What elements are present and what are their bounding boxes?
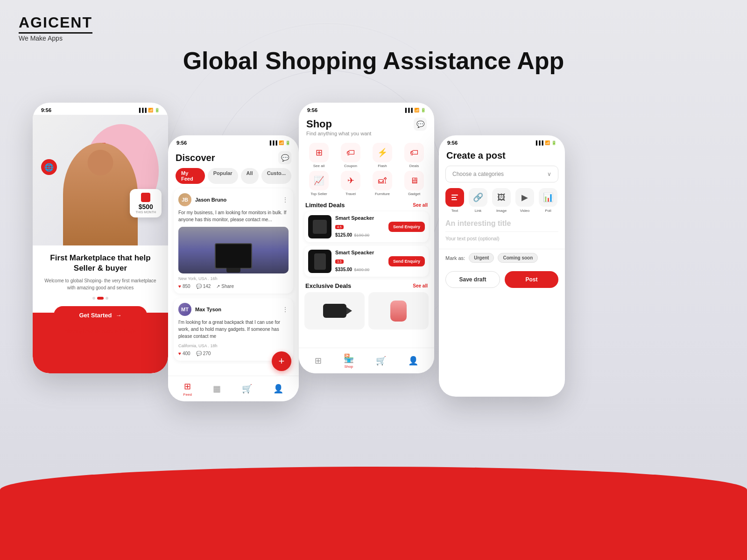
post-actions-1: ♥ 850 💬 142 ↗ Share — [178, 284, 289, 289]
post-options-2[interactable]: ⋮ — [282, 306, 289, 313]
phone-onboarding: 9:56 ▐▐▐ 📶 🔋 🌐 — [33, 103, 168, 373]
post-title-input[interactable]: An interesting title — [445, 219, 558, 228]
deal-price-old-1: $190.00 — [354, 233, 370, 238]
post-location-2: California, USA . 18h — [178, 343, 289, 348]
post-comments-2[interactable]: 💬 270 — [196, 351, 211, 356]
globe-badge: 🌐 — [41, 159, 57, 175]
limited-deals-see-all[interactable]: See all — [413, 203, 428, 208]
type-video[interactable]: ▶ Video — [515, 188, 534, 213]
likes-count-2: 400 — [183, 351, 190, 356]
cat-icon-travel: ✈ — [341, 171, 360, 190]
cat-furniture[interactable]: 🛋 Furniture — [368, 171, 397, 196]
post-likes-1[interactable]: ♥ 850 — [178, 284, 190, 289]
cat-travel[interactable]: ✈ Travel — [336, 171, 365, 196]
post-body-input[interactable]: Your text post (optional) — [445, 236, 558, 241]
bottom-nav-phone3: ⊞ 🏪 Shop 🛒 👤 — [299, 348, 434, 373]
category-dropdown[interactable]: Choose a categories ∨ — [445, 166, 558, 182]
cat-icon-see-all: ⊞ — [309, 143, 329, 162]
nav-discover[interactable]: ▦ — [213, 384, 221, 394]
bottom-nav-phone2: ⊞ Feed ▦ 🛒 👤 — [168, 376, 299, 401]
deal-name-2: Smart Speacker — [335, 250, 385, 255]
discover-header: Discover 💬 — [168, 147, 299, 168]
cat-coupon[interactable]: 🏷 Coupon — [336, 143, 365, 168]
post-share-1[interactable]: ↗ Share — [216, 284, 234, 289]
status-bar-phone1: 9:56 ▐▐▐ 📶 🔋 — [33, 103, 168, 115]
exclusive-card-watch[interactable] — [368, 292, 429, 329]
logo-tagline: We Make Apps — [19, 35, 92, 42]
heart-icon-1: ♥ — [178, 284, 181, 289]
onboarding-description: Welcome to global Shoping- the very firs… — [42, 277, 159, 291]
divider-1 — [445, 231, 558, 232]
deal-price-2: $335.00 — [335, 267, 352, 272]
message-icon[interactable]: 💬 — [278, 151, 291, 164]
nav-cart[interactable]: 🛒 — [242, 384, 252, 394]
nav-profile[interactable]: 👤 — [273, 384, 283, 394]
tag-urgent[interactable]: Urgent — [469, 253, 494, 263]
price-label: THIS MONTH — [135, 210, 156, 214]
post-name-jason: Jason Bruno — [195, 197, 226, 203]
nav-home-shop[interactable]: ⊞ — [315, 356, 322, 366]
save-draft-button[interactable]: Save draft — [445, 271, 500, 288]
cat-label-travel: Travel — [345, 192, 356, 196]
cat-gadget[interactable]: 🖥 Gadget — [400, 171, 429, 196]
cat-see-all[interactable]: ⊞ See all — [304, 143, 333, 168]
exclusive-deals-see-all[interactable]: See all — [413, 283, 428, 288]
nav-feed[interactable]: ⊞ Feed — [183, 381, 192, 397]
discover-title: Discover — [176, 153, 215, 163]
post-button[interactable]: Post — [505, 271, 558, 288]
cat-label-gadget: Gadget — [408, 192, 420, 196]
phone-discover: 9:56 ▐▐▐📶🔋 Discover 💬 My Feed Popular Al… — [168, 135, 299, 401]
get-started-button[interactable]: Get Started → — [54, 306, 147, 324]
nav-cart-shop[interactable]: 🛒 — [376, 356, 386, 366]
enquiry-btn-1[interactable]: Send Enquiry — [388, 222, 425, 232]
shop-msg-icon[interactable]: 💬 — [414, 118, 427, 131]
post-location-1: New York, USA . 16h — [178, 276, 289, 281]
post-card-2: MT Max Tyson ⋮ I'm looking for a great b… — [174, 298, 293, 361]
exclusive-grid — [299, 292, 434, 329]
type-image[interactable]: 🖼 Image — [492, 188, 511, 213]
tab-popular[interactable]: Popular — [208, 168, 238, 184]
type-link[interactable]: 🔗 Link — [469, 188, 487, 213]
limited-deals-header: Limited Deals See all — [299, 200, 434, 211]
tag-coming-soon[interactable]: Coming soon — [498, 253, 538, 263]
title-placeholder: An interesting title — [445, 219, 511, 227]
create-post-title: Create a post — [439, 147, 565, 166]
tab-my-feed[interactable]: My Feed — [176, 168, 205, 184]
feed-icon: ⊞ — [184, 381, 191, 392]
nav-shop[interactable]: 🏪 Shop — [344, 353, 354, 369]
cat-flash[interactable]: ⚡ Flash — [368, 143, 397, 168]
post-text-1: For my business, I am looking for monito… — [178, 209, 289, 223]
tab-custom[interactable]: Custo... — [261, 168, 291, 184]
type-text[interactable]: Text — [445, 188, 464, 213]
deal-name-1: Smart Speacker — [335, 215, 385, 221]
type-poll[interactable]: 📊 Poll — [539, 188, 557, 213]
price-badge: $500 THIS MONTH — [130, 189, 162, 217]
cat-icon-furniture: 🛋 — [373, 171, 392, 190]
enquiry-btn-2[interactable]: Send Enquiry — [388, 256, 425, 266]
cat-label-coupon: Coupon — [344, 164, 357, 168]
nav-profile-shop[interactable]: 👤 — [408, 356, 418, 366]
cat-deals[interactable]: 🏷 Deals — [400, 143, 429, 168]
tab-all[interactable]: All — [241, 168, 259, 184]
video-type-label: Video — [520, 209, 529, 213]
post-comments-1[interactable]: 💬 142 — [196, 284, 211, 289]
fab-button[interactable]: + — [272, 351, 291, 371]
comments-count-2: 270 — [203, 351, 211, 356]
mark-as-row: Mark as: Urgent Coming soon — [439, 249, 565, 266]
cat-label-see-all: See all — [313, 164, 324, 168]
status-bar-phone2: 9:56 ▐▐▐📶🔋 — [168, 135, 299, 147]
cat-topseller[interactable]: 📈 Top Seller — [304, 171, 333, 196]
svg-rect-1 — [451, 197, 456, 198]
exclusive-card-projector[interactable] — [304, 292, 365, 329]
categories-grid: ⊞ See all 🏷 Coupon ⚡ Flash 🏷 Deals 📈 Top… — [299, 143, 434, 200]
cat-label-topseller: Top Seller — [310, 192, 327, 196]
onboarding-text: First Marketplace that help Seller & buy… — [33, 245, 168, 342]
nav-shop-label: Shop — [345, 364, 353, 369]
post-options-1[interactable]: ⋮ — [282, 196, 289, 203]
shop-title-row: Shop 💬 — [306, 118, 427, 131]
shop-subtitle: Find anything what you want — [306, 131, 427, 136]
time-phone2: 9:56 — [176, 140, 187, 146]
status-bar-phone4: 9:56 ▐▐▐📶🔋 — [439, 135, 565, 147]
post-likes-2[interactable]: ♥ 400 — [178, 351, 190, 356]
home-icon-shop: ⊞ — [315, 356, 322, 366]
